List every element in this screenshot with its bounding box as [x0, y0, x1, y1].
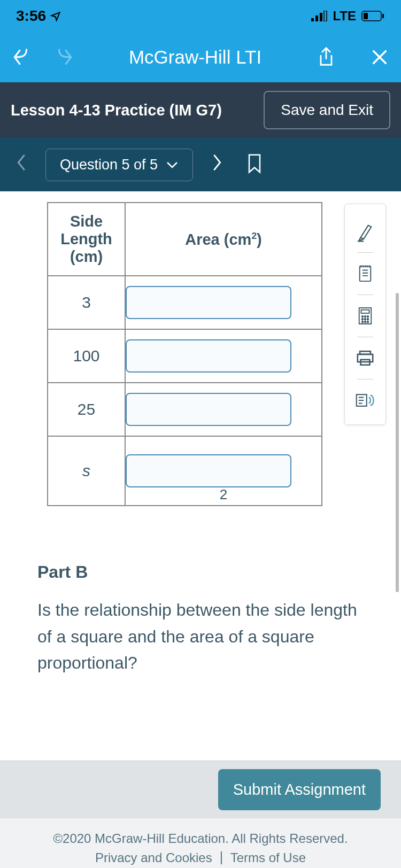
area-input-3[interactable]: [126, 454, 291, 487]
svg-rect-20: [358, 354, 373, 362]
forward-button[interactable]: [53, 46, 75, 68]
question-selector[interactable]: Question 5 of 5: [45, 149, 193, 181]
header-area: Area (cm2): [125, 203, 322, 276]
notes-icon: [357, 264, 374, 283]
page-title: McGraw-Hill LTI: [96, 46, 294, 68]
area-input-0[interactable]: [126, 286, 291, 319]
svg-point-14: [365, 319, 366, 320]
tool-sidebar: [344, 204, 386, 425]
calculator-tool[interactable]: [354, 298, 376, 334]
area-cell: [125, 383, 322, 436]
prev-question-button[interactable]: [11, 153, 32, 176]
footer-link[interactable]: Privacy and Cookies: [87, 850, 221, 865]
status-right: LTE: [311, 9, 385, 24]
chevron-right-icon: [212, 153, 222, 172]
side-cell: 100: [48, 329, 125, 383]
svg-rect-5: [364, 13, 368, 19]
part-b-section: Part B Is the relationship between the s…: [0, 506, 401, 677]
close-button[interactable]: [369, 46, 390, 68]
location-icon: [50, 11, 61, 21]
lesson-title: Lesson 4-13 Practice (IM G7): [11, 102, 222, 119]
tool-divider: [357, 294, 373, 295]
signal-icon: [311, 11, 327, 21]
status-left: 3:56: [16, 7, 61, 25]
tool-divider: [357, 337, 373, 337]
svg-point-16: [362, 321, 364, 323]
close-icon: [371, 48, 389, 66]
submit-bar: Submit Assignment: [0, 761, 401, 818]
highlighter-icon: [356, 221, 374, 242]
header-side: SideLength(cm): [48, 203, 125, 276]
table-row: s 2: [48, 436, 322, 506]
data-table: SideLength(cm) Area (cm2) 3 100 25 s: [47, 202, 322, 506]
footer: ©2020 McGraw-Hill Education. All Rights …: [0, 818, 401, 868]
svg-point-15: [367, 319, 369, 320]
chevron-left-icon: [16, 153, 27, 172]
scrollbar[interactable]: [396, 293, 399, 646]
table-row: 25: [48, 383, 322, 436]
area-cell: 2: [125, 436, 322, 506]
lesson-bar: Lesson 4-13 Practice (IM G7) Save and Ex…: [0, 82, 401, 138]
question-bar: Question 5 of 5: [0, 138, 401, 191]
svg-rect-6: [382, 14, 384, 18]
footer-links-row-1: Privacy and Cookies Terms of Use: [11, 850, 390, 865]
svg-point-12: [367, 316, 369, 317]
area-cell: [125, 276, 322, 329]
status-bar: 3:56 LTE: [0, 0, 401, 32]
svg-point-13: [362, 319, 364, 320]
submit-button[interactable]: Submit Assignment: [218, 769, 381, 810]
part-b-text: Is the relationship between the side len…: [37, 597, 369, 677]
next-question-button[interactable]: [206, 153, 228, 176]
speaker-icon: [355, 391, 375, 409]
read-aloud-tool[interactable]: [354, 383, 376, 418]
print-tool[interactable]: [354, 340, 376, 376]
side-cell: 3: [48, 276, 125, 329]
back-icon: [11, 47, 32, 67]
forward-icon: [54, 47, 74, 67]
share-button[interactable]: [315, 46, 337, 68]
tool-divider: [357, 252, 373, 253]
save-exit-button[interactable]: Save and Exit: [264, 91, 390, 129]
svg-rect-9: [361, 310, 369, 313]
svg-rect-1: [315, 15, 318, 21]
highlighter-tool[interactable]: [354, 214, 376, 249]
footer-link[interactable]: Terms of Use: [222, 850, 314, 865]
notes-tool[interactable]: [354, 256, 376, 291]
table-row: 100: [48, 329, 322, 383]
print-icon: [356, 350, 374, 367]
network-label: LTE: [333, 9, 356, 24]
svg-rect-3: [324, 11, 327, 21]
question-label: Question 5 of 5: [60, 157, 158, 173]
side-cell: 25: [48, 383, 125, 436]
area-cell: [125, 329, 322, 383]
browser-bar: McGraw-Hill LTI: [0, 32, 401, 82]
back-button[interactable]: [11, 46, 32, 68]
svg-rect-7: [360, 266, 371, 281]
share-icon: [317, 46, 336, 68]
table-row: 3: [48, 276, 322, 329]
area-input-2[interactable]: [126, 393, 291, 426]
chevron-down-icon: [166, 160, 179, 169]
side-cell: s: [48, 436, 125, 506]
battery-icon: [361, 11, 385, 21]
svg-point-10: [362, 316, 364, 317]
bookmark-icon: [246, 153, 263, 174]
svg-point-18: [367, 321, 369, 323]
svg-rect-2: [320, 13, 322, 21]
svg-rect-0: [311, 18, 314, 21]
scrollbar-thumb[interactable]: [396, 293, 399, 592]
part-b-title: Part B: [37, 562, 369, 582]
status-time: 3:56: [16, 7, 46, 25]
area-input-1[interactable]: [126, 339, 291, 373]
copyright: ©2020 McGraw-Hill Education. All Rights …: [11, 831, 390, 846]
svg-point-17: [365, 321, 366, 323]
content-area: SideLength(cm) Area (cm2) 3 100 25 s: [0, 191, 401, 761]
svg-point-11: [365, 316, 366, 317]
bookmark-button[interactable]: [246, 153, 263, 176]
tool-divider: [357, 379, 373, 379]
calculator-icon: [357, 306, 373, 326]
area-footnote: 2: [220, 486, 227, 503]
